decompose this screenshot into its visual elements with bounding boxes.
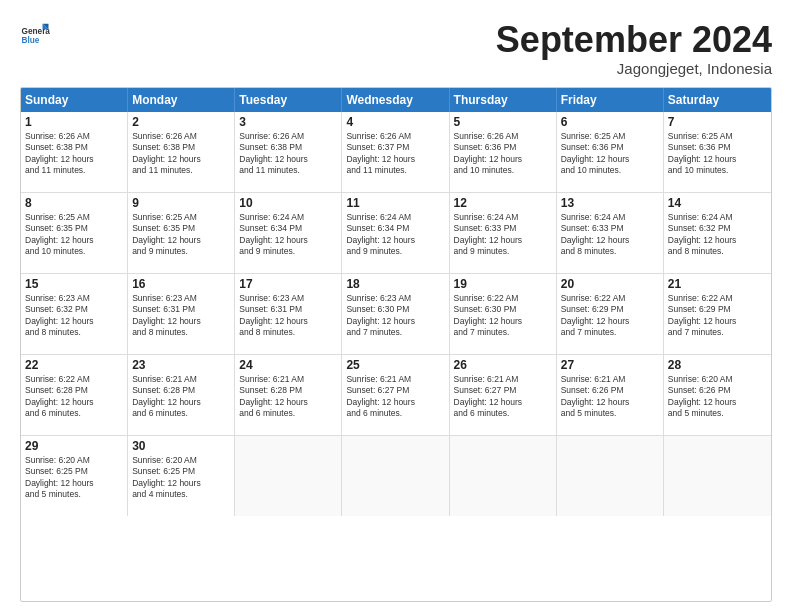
svg-text:Blue: Blue [22, 36, 40, 45]
title-block: September 2024 Jagongjeget, Indonesia [496, 20, 772, 77]
day-25: 25 Sunrise: 6:21 AMSunset: 6:27 PMDaylig… [342, 355, 449, 435]
week-row-2: 8 Sunrise: 6:25 AMSunset: 6:35 PMDayligh… [21, 193, 771, 274]
day-2: 2 Sunrise: 6:26 AMSunset: 6:38 PMDayligh… [128, 112, 235, 192]
page-header: General Blue General Blue September 2024… [20, 20, 772, 77]
day-5: 5 Sunrise: 6:26 AMSunset: 6:36 PMDayligh… [450, 112, 557, 192]
day-17: 17 Sunrise: 6:23 AMSunset: 6:31 PMDaylig… [235, 274, 342, 354]
day-24: 24 Sunrise: 6:21 AMSunset: 6:28 PMDaylig… [235, 355, 342, 435]
day-10: 10 Sunrise: 6:24 AMSunset: 6:34 PMDaylig… [235, 193, 342, 273]
week-row-4: 22 Sunrise: 6:22 AMSunset: 6:28 PMDaylig… [21, 355, 771, 436]
logo-icon: General Blue [20, 20, 50, 50]
day-15: 15 Sunrise: 6:23 AMSunset: 6:32 PMDaylig… [21, 274, 128, 354]
day-18: 18 Sunrise: 6:23 AMSunset: 6:30 PMDaylig… [342, 274, 449, 354]
col-thursday: Thursday [450, 88, 557, 112]
calendar-body: 1 Sunrise: 6:26 AMSunset: 6:38 PMDayligh… [21, 112, 771, 516]
location: Jagongjeget, Indonesia [496, 60, 772, 77]
calendar-header: Sunday Monday Tuesday Wednesday Thursday… [21, 88, 771, 112]
day-6: 6 Sunrise: 6:25 AMSunset: 6:36 PMDayligh… [557, 112, 664, 192]
empty-cell-4 [557, 436, 664, 516]
week-row-5: 29 Sunrise: 6:20 AMSunset: 6:25 PMDaylig… [21, 436, 771, 516]
calendar-page: General Blue General Blue September 2024… [0, 0, 792, 612]
day-4: 4 Sunrise: 6:26 AMSunset: 6:37 PMDayligh… [342, 112, 449, 192]
day-7: 7 Sunrise: 6:25 AMSunset: 6:36 PMDayligh… [664, 112, 771, 192]
day-30: 30 Sunrise: 6:20 AMSunset: 6:25 PMDaylig… [128, 436, 235, 516]
day-16: 16 Sunrise: 6:23 AMSunset: 6:31 PMDaylig… [128, 274, 235, 354]
empty-cell-5 [664, 436, 771, 516]
day-12: 12 Sunrise: 6:24 AMSunset: 6:33 PMDaylig… [450, 193, 557, 273]
day-1: 1 Sunrise: 6:26 AMSunset: 6:38 PMDayligh… [21, 112, 128, 192]
day-21: 21 Sunrise: 6:22 AMSunset: 6:29 PMDaylig… [664, 274, 771, 354]
day-3: 3 Sunrise: 6:26 AMSunset: 6:38 PMDayligh… [235, 112, 342, 192]
day-28: 28 Sunrise: 6:20 AMSunset: 6:26 PMDaylig… [664, 355, 771, 435]
day-20: 20 Sunrise: 6:22 AMSunset: 6:29 PMDaylig… [557, 274, 664, 354]
day-14: 14 Sunrise: 6:24 AMSunset: 6:32 PMDaylig… [664, 193, 771, 273]
day-29: 29 Sunrise: 6:20 AMSunset: 6:25 PMDaylig… [21, 436, 128, 516]
day-22: 22 Sunrise: 6:22 AMSunset: 6:28 PMDaylig… [21, 355, 128, 435]
day-9: 9 Sunrise: 6:25 AMSunset: 6:35 PMDayligh… [128, 193, 235, 273]
logo: General Blue General Blue [20, 20, 50, 50]
col-friday: Friday [557, 88, 664, 112]
month-title: September 2024 [496, 20, 772, 60]
col-saturday: Saturday [664, 88, 771, 112]
empty-cell-2 [342, 436, 449, 516]
week-row-1: 1 Sunrise: 6:26 AMSunset: 6:38 PMDayligh… [21, 112, 771, 193]
day-11: 11 Sunrise: 6:24 AMSunset: 6:34 PMDaylig… [342, 193, 449, 273]
day-13: 13 Sunrise: 6:24 AMSunset: 6:33 PMDaylig… [557, 193, 664, 273]
empty-cell-3 [450, 436, 557, 516]
col-tuesday: Tuesday [235, 88, 342, 112]
day-26: 26 Sunrise: 6:21 AMSunset: 6:27 PMDaylig… [450, 355, 557, 435]
col-monday: Monday [128, 88, 235, 112]
col-sunday: Sunday [21, 88, 128, 112]
day-23: 23 Sunrise: 6:21 AMSunset: 6:28 PMDaylig… [128, 355, 235, 435]
day-27: 27 Sunrise: 6:21 AMSunset: 6:26 PMDaylig… [557, 355, 664, 435]
col-wednesday: Wednesday [342, 88, 449, 112]
week-row-3: 15 Sunrise: 6:23 AMSunset: 6:32 PMDaylig… [21, 274, 771, 355]
empty-cell-1 [235, 436, 342, 516]
calendar: Sunday Monday Tuesday Wednesday Thursday… [20, 87, 772, 602]
day-19: 19 Sunrise: 6:22 AMSunset: 6:30 PMDaylig… [450, 274, 557, 354]
day-8: 8 Sunrise: 6:25 AMSunset: 6:35 PMDayligh… [21, 193, 128, 273]
